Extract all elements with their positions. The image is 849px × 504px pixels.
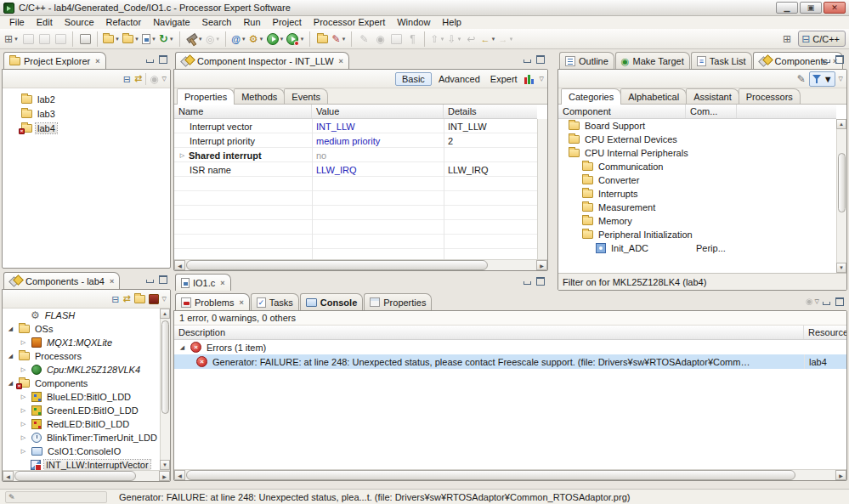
tree-item-cpu-internal-peripherals[interactable]: CPU Internal Peripherals xyxy=(558,146,846,160)
tree-item-cpu-external-devices[interactable]: CPU External Devices xyxy=(558,133,846,146)
column-component[interactable]: Component xyxy=(558,105,686,118)
collapse-all-icon[interactable]: ⊟ xyxy=(123,73,131,85)
new-folder-icon[interactable] xyxy=(134,295,145,303)
save-button[interactable] xyxy=(20,31,36,48)
close-icon[interactable]: × xyxy=(339,57,343,65)
new-c-project-button[interactable]: ▼ xyxy=(102,31,121,48)
binary-console-button[interactable] xyxy=(77,31,93,48)
tab-assistant[interactable]: Assistant xyxy=(686,88,739,104)
tree-item-communication[interactable]: Communication xyxy=(558,160,846,173)
tree-item-greenled[interactable]: ▷GreenLED:BitIO_LDD xyxy=(3,404,170,417)
erase-button[interactable]: ✎ xyxy=(356,31,371,48)
close-icon[interactable]: × xyxy=(110,277,114,286)
code-generation-icon[interactable] xyxy=(149,294,159,304)
tree-item-init-adc[interactable]: Init_ADC Perip... xyxy=(558,241,846,255)
expander-collapsed-icon[interactable]: ▷ xyxy=(19,339,28,346)
tab-task-list[interactable]: ≡ Task List xyxy=(691,52,752,69)
view-mode-advanced-button[interactable]: Advanced xyxy=(435,73,484,85)
tab-problems[interactable]: Problems × xyxy=(175,293,250,310)
tree-item-peripheral-initialization[interactable]: Peripheral Initialization xyxy=(558,228,846,241)
tree-item-oss[interactable]: ◢OSs xyxy=(3,322,170,336)
minimize-view-icon[interactable] xyxy=(522,276,533,286)
perspective-cpp-button[interactable]: ⊟ C/C++ xyxy=(798,31,846,47)
menu-edit[interactable]: Edit xyxy=(31,16,59,29)
property-value[interactable]: INT_LLW xyxy=(312,122,444,132)
tab-alphabetical[interactable]: Alphabetical xyxy=(620,88,687,104)
expander-collapsed-icon[interactable]: ▷ xyxy=(19,394,28,400)
maximize-view-icon[interactable] xyxy=(834,297,845,307)
menu-search[interactable]: Search xyxy=(196,16,238,29)
search-dart-button[interactable]: ✎▼ xyxy=(331,31,347,48)
new-source-file-button[interactable]: ▼ xyxy=(141,31,157,48)
window-maximize-button[interactable]: ▣ xyxy=(800,2,822,14)
tree-item-measurement[interactable]: Measurement xyxy=(558,201,846,214)
scroll-down-icon[interactable]: ▼ xyxy=(160,460,170,470)
view-menu-chevron-icon[interactable]: ▽ xyxy=(162,296,167,303)
window-close-button[interactable]: ✕ xyxy=(824,2,846,14)
view-menu-chevron-icon[interactable]: ▽ xyxy=(815,298,819,305)
scroll-right-icon[interactable]: ▶ xyxy=(835,470,846,480)
print-button[interactable] xyxy=(53,31,68,48)
horizontal-scrollbar[interactable]: ◀ ▶ xyxy=(174,259,547,270)
close-icon[interactable]: × xyxy=(220,279,224,287)
profile-button[interactable]: ▼ xyxy=(286,31,305,48)
expander-collapsed-icon[interactable]: ▷ xyxy=(19,366,28,373)
view-mode-expert-button[interactable]: Expert xyxy=(487,73,521,85)
property-row-interrupt-priority[interactable]: Interrupt priority medium priority 2 xyxy=(174,133,547,148)
tab-make-target[interactable]: ◉ Make Target xyxy=(615,52,690,69)
project-item-lab4[interactable]: × lab4 xyxy=(3,121,170,135)
menu-processor-expert[interactable]: Processor Expert xyxy=(308,16,391,29)
filter-button[interactable]: ▼ xyxy=(809,71,835,87)
tab-component-inspector[interactable]: Component Inspector - INT_LLW × xyxy=(175,52,349,69)
column-description[interactable]: Description xyxy=(174,326,804,339)
menu-refactor[interactable]: Refactor xyxy=(100,16,148,29)
property-value[interactable]: LLW_IRQ xyxy=(312,165,444,175)
column-resource[interactable]: Resource xyxy=(804,326,846,339)
tree-item-board-support[interactable]: Board Support xyxy=(558,119,846,133)
scroll-left-icon[interactable]: ◀ xyxy=(174,470,185,480)
menu-help[interactable]: Help xyxy=(436,16,467,29)
project-item-lab2[interactable]: lab2 xyxy=(3,92,170,106)
debug-config-button[interactable]: ⚙▼ xyxy=(248,31,265,48)
horizontal-scrollbar[interactable]: ◀ ▶ xyxy=(3,470,170,481)
scroll-left-icon[interactable]: ◀ xyxy=(174,260,185,270)
tree-item-int-llw[interactable]: INT_LLW:InterruptVector xyxy=(3,458,170,470)
minimize-view-icon[interactable] xyxy=(821,297,832,307)
tree-item-interrupts[interactable]: Interrupts xyxy=(558,187,846,201)
new-cpp-project-button[interactable]: ▼ xyxy=(122,31,140,48)
problem-row-generator-failure[interactable]: × Generator: FAILURE: at line 248: Unexp… xyxy=(174,354,846,369)
view-menu-icon[interactable]: ◉ xyxy=(150,73,158,85)
minimize-view-icon[interactable] xyxy=(144,275,156,285)
tab-console[interactable]: Console xyxy=(300,293,363,310)
save-all-button[interactable] xyxy=(37,31,52,48)
previous-annotation-button[interactable]: ⇧▼ xyxy=(429,31,445,48)
column-details[interactable]: Details xyxy=(444,105,537,118)
horizontal-scrollbar[interactable]: ◀ ▶ xyxy=(174,469,846,480)
scroll-right-icon[interactable]: ▶ xyxy=(536,260,547,270)
mark-occurrences-button[interactable] xyxy=(388,31,404,48)
property-value[interactable]: medium priority xyxy=(312,136,444,146)
tree-item-redled[interactable]: ▷RedLED:BitIO_LDD xyxy=(3,417,170,431)
link-editor-icon[interactable]: ⇄ xyxy=(122,293,130,304)
vertical-scrollbar[interactable]: ▲ ▼ xyxy=(160,309,170,470)
open-perspective-button[interactable]: ⊞ xyxy=(779,31,795,48)
maximize-view-icon[interactable] xyxy=(535,54,546,65)
view-menu-chevron-icon[interactable]: ▽ xyxy=(839,76,843,82)
forward-button[interactable]: →▼ xyxy=(497,31,514,48)
maximize-view-icon[interactable] xyxy=(834,54,845,65)
tab-methods[interactable]: Methods xyxy=(234,88,285,104)
run-button[interactable]: ▼ xyxy=(266,31,286,48)
build-config-button[interactable]: ◎▼ xyxy=(205,31,221,48)
menu-project[interactable]: Project xyxy=(267,16,308,29)
tab-components-lab4[interactable]: Components - lab4 × xyxy=(3,272,120,289)
expander-expanded-icon[interactable]: ◢ xyxy=(6,326,15,332)
tree-item-cpu[interactable]: ▷Cpu:MKL25Z128VLK4 xyxy=(3,363,170,377)
maximize-view-icon[interactable] xyxy=(535,276,546,286)
tree-item-converter[interactable]: Converter xyxy=(558,173,846,187)
property-row-interrupt-vector[interactable]: Interrupt vector INT_LLW INT_LLW xyxy=(174,119,547,133)
view-mode-basic-button[interactable]: Basic xyxy=(395,72,432,86)
tab-outline[interactable]: Outline xyxy=(559,52,614,69)
tab-properties-view[interactable]: Properties xyxy=(364,293,432,310)
scroll-left-icon[interactable]: ◀ xyxy=(3,471,14,481)
menu-source[interactable]: Source xyxy=(59,16,100,29)
